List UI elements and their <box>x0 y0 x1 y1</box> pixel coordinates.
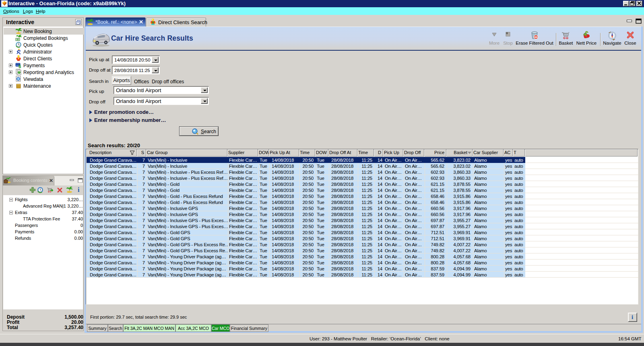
svg-text:$: $ <box>19 64 21 68</box>
